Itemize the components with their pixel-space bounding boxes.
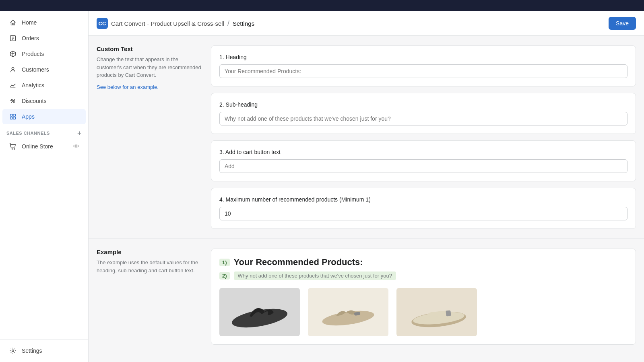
- section-desc-custom-text: Change the text that appears in the cust…: [97, 56, 201, 79]
- svg-rect-24: [446, 310, 451, 316]
- sidebar-item-online-store[interactable]: Online Store: [2, 139, 86, 154]
- heading-badge: 1): [219, 259, 230, 266]
- example-heading-text: Your Recommended Products:: [234, 257, 363, 267]
- add-to-cart-input[interactable]: [219, 159, 627, 173]
- top-bar: [0, 0, 644, 11]
- sandal-1-svg: [225, 292, 294, 332]
- sidebar-item-discounts[interactable]: Discounts: [2, 93, 86, 109]
- products-icon: [9, 50, 17, 58]
- max-products-input[interactable]: [219, 207, 627, 220]
- products-row: [219, 288, 627, 336]
- discounts-icon: [9, 97, 17, 105]
- product-thumb-2: [308, 288, 388, 336]
- app-icon: CC: [97, 18, 108, 29]
- sandal-3-svg: [402, 292, 471, 332]
- subheading-label: 2. Sub-heading: [219, 101, 627, 108]
- subheading-input[interactable]: [219, 112, 627, 125]
- analytics-icon: [9, 81, 17, 89]
- svg-rect-9: [10, 114, 12, 116]
- example-preview: 1) Your Recommended Products: 2) Why not…: [211, 249, 636, 345]
- section-title-custom-text: Custom Text: [97, 45, 201, 52]
- see-below-link[interactable]: See below for an example.: [97, 84, 201, 90]
- heading-input[interactable]: [219, 64, 627, 78]
- content-area: Custom Text Change the text that appears…: [89, 36, 644, 354]
- svg-rect-10: [13, 114, 15, 116]
- svg-point-16: [75, 145, 77, 147]
- custom-text-section: Custom Text Change the text that appears…: [89, 36, 644, 239]
- customers-icon: [9, 66, 17, 74]
- sidebar: Home Orders Products Customers: [0, 11, 89, 362]
- orders-icon: [9, 34, 17, 42]
- store-icon: [9, 142, 17, 150]
- sidebar-item-customers[interactable]: Customers: [2, 62, 86, 77]
- sidebar-item-orders[interactable]: Orders: [2, 31, 86, 46]
- save-button[interactable]: Save: [609, 17, 636, 30]
- sidebar-bottom: Settings: [0, 339, 88, 362]
- product-thumb-3: [396, 288, 477, 336]
- home-icon: [9, 19, 17, 27]
- sidebar-item-settings[interactable]: Settings: [2, 343, 86, 358]
- sidebar-item-analytics[interactable]: Analytics: [2, 78, 86, 93]
- sandal-2-svg: [314, 292, 382, 332]
- svg-point-13: [12, 148, 12, 149]
- sales-channels-section: SALES CHANNELS +: [0, 125, 88, 138]
- add-to-cart-card: 3. Add to cart button text: [211, 140, 636, 181]
- example-title: Example: [97, 249, 201, 255]
- example-heading-row: 1) Your Recommended Products:: [219, 257, 627, 267]
- svg-point-17: [12, 350, 14, 352]
- section-cards-custom-text: 1. Heading 2. Sub-heading 3. Add to cart…: [211, 45, 636, 229]
- breadcrumb: CC Cart Convert - Product Upsell & Cross…: [97, 18, 254, 29]
- example-subheading-text: Why not add one of these products that w…: [234, 272, 396, 280]
- svg-rect-11: [10, 117, 12, 119]
- sidebar-nav: Home Orders Products Customers: [0, 11, 88, 339]
- svg-rect-12: [13, 117, 15, 119]
- subheading-card: 2. Sub-heading: [211, 93, 636, 134]
- section-info-custom-text: Custom Text Change the text that appears…: [97, 45, 201, 229]
- main-content: CC Cart Convert - Product Upsell & Cross…: [89, 11, 644, 362]
- svg-point-7: [13, 101, 14, 103]
- apps-icon: [9, 113, 17, 121]
- add-sales-channel-button[interactable]: +: [77, 130, 82, 137]
- max-products-card: 4. Maximum number of recommended product…: [211, 188, 636, 229]
- svg-point-14: [14, 148, 15, 149]
- sidebar-item-products[interactable]: Products: [2, 46, 86, 62]
- add-to-cart-label: 3. Add to cart button text: [219, 149, 627, 155]
- example-desc: The example uses the default values for …: [97, 259, 201, 274]
- example-subheading-row: 2) Why not add one of these products tha…: [219, 272, 627, 280]
- store-visibility-icon: [73, 143, 79, 150]
- sidebar-item-apps[interactable]: Apps: [2, 109, 86, 124]
- sidebar-item-home[interactable]: Home: [2, 15, 86, 30]
- max-products-label: 4. Maximum number of recommended product…: [219, 196, 627, 203]
- product-thumb-1: [219, 288, 300, 336]
- svg-point-4: [12, 68, 14, 70]
- settings-icon: [9, 347, 17, 355]
- example-section: Example The example uses the default val…: [89, 239, 644, 354]
- heading-label: 1. Heading: [219, 54, 627, 60]
- page-header: CC Cart Convert - Product Upsell & Cross…: [89, 11, 644, 36]
- heading-card: 1. Heading: [211, 45, 636, 86]
- section-info-example: Example The example uses the default val…: [97, 249, 201, 345]
- subheading-badge: 2): [219, 272, 230, 280]
